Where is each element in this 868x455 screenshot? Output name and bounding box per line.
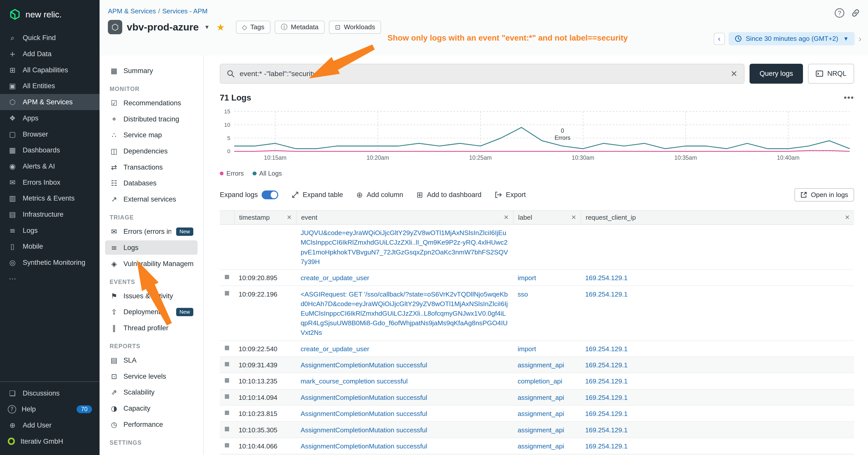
open-in-logs-button[interactable]: Open in logs bbox=[795, 188, 855, 201]
table-row[interactable]: 10:10:23.815 AssignmentCompletionMutatio… bbox=[220, 405, 854, 422]
log-ip-link[interactable]: 169.254.129.1 bbox=[585, 426, 627, 434]
log-label-link[interactable]: completion_api bbox=[518, 378, 562, 385]
column-header-event[interactable]: event ✕ bbox=[296, 211, 513, 224]
global-nav-item-more[interactable]: ⋯ bbox=[0, 270, 99, 287]
log-event-link[interactable]: create_or_update_user bbox=[301, 274, 369, 282]
log-label-link[interactable]: assignment_api bbox=[518, 410, 564, 418]
entity-nav-item-capacity[interactable]: ◑ Capacity bbox=[105, 401, 197, 416]
breadcrumb-services-apm[interactable]: Services - APM bbox=[162, 7, 208, 15]
log-label-link[interactable]: import bbox=[518, 274, 536, 282]
table-row[interactable]: 10:09:22.196 <ASGIRequest: GET '/sso/cal… bbox=[220, 286, 854, 340]
remove-column-icon[interactable]: ✕ bbox=[286, 214, 291, 221]
tags-button[interactable]: ◇ Tags bbox=[236, 21, 271, 34]
row-checkbox[interactable] bbox=[225, 275, 229, 280]
global-footer-item-iterativ-gmbh[interactable]: Iterativ GmbH bbox=[0, 433, 99, 450]
entity-nav-item-service-map[interactable]: ∴ Service map bbox=[105, 128, 197, 142]
legend-all-logs[interactable]: All Logs bbox=[252, 170, 282, 177]
global-nav-item-mobile[interactable]: ▯ Mobile bbox=[0, 238, 99, 255]
entity-nav-item-issues-activity[interactable]: ⚑ Issues & activity bbox=[105, 289, 197, 303]
entity-nav-item-performance[interactable]: ◷ Performance bbox=[105, 417, 197, 431]
help-icon[interactable]: ? bbox=[835, 8, 844, 18]
entity-nav-item-logs[interactable]: ≡ Logs bbox=[105, 240, 197, 255]
row-checkbox[interactable] bbox=[225, 427, 229, 431]
log-ip-link[interactable]: 169.254.129.1 bbox=[585, 443, 627, 450]
more-options-icon[interactable]: ••• bbox=[844, 93, 854, 102]
log-ip-link[interactable]: 169.254.129.1 bbox=[585, 361, 627, 369]
row-checkbox[interactable] bbox=[225, 394, 229, 399]
log-event-link[interactable]: AssignmentCompletionMutation successful bbox=[301, 443, 427, 450]
log-ip-link[interactable]: 169.254.129.1 bbox=[585, 274, 627, 282]
table-row[interactable]: 10:10:35.305 AssignmentCompletionMutatio… bbox=[220, 422, 854, 438]
log-event-link[interactable]: AssignmentCompletionMutation successful bbox=[301, 361, 427, 369]
query-logs-button[interactable]: Query logs bbox=[749, 64, 803, 84]
log-event-link[interactable]: mark_course_completion successful bbox=[301, 378, 408, 385]
log-event-link[interactable]: AssignmentCompletionMutation successful bbox=[301, 394, 427, 401]
log-label-link[interactable]: assignment_api bbox=[518, 394, 564, 401]
global-nav-item-metrics-events[interactable]: ▥ Metrics & Events bbox=[0, 190, 99, 206]
global-nav-item-errors-inbox[interactable]: ✉ Errors Inbox bbox=[0, 174, 99, 191]
permalink-icon[interactable] bbox=[851, 8, 860, 18]
logs-query-input[interactable]: event:* -"label":"security" ✕ bbox=[220, 64, 744, 84]
entity-nav-item-summary[interactable]: ▦ Summary bbox=[105, 64, 197, 78]
log-event-link[interactable]: <ASGIRequest: GET '/sso/callback/?state=… bbox=[301, 291, 508, 336]
global-footer-item-add-user[interactable]: ⊕ Add User bbox=[0, 417, 99, 433]
nrql-button[interactable]: NRQL bbox=[808, 64, 854, 84]
entity-dropdown-caret-icon[interactable]: ▼ bbox=[204, 24, 210, 31]
log-ip-link[interactable]: 169.254.129.1 bbox=[585, 394, 627, 401]
add-to-dashboard-button[interactable]: ⊞ Add to dashboard bbox=[416, 190, 482, 199]
entity-nav-item-databases[interactable]: ☷ Databases bbox=[105, 176, 197, 191]
global-nav-item-alerts-ai[interactable]: ◉ Alerts & AI bbox=[0, 158, 99, 174]
global-nav-item-apps[interactable]: ❖ Apps bbox=[0, 110, 99, 126]
row-checkbox[interactable] bbox=[225, 443, 229, 448]
log-event-link[interactable]: AssignmentCompletionMutation successful bbox=[301, 426, 427, 434]
legend-errors[interactable]: Errors bbox=[220, 170, 244, 177]
entity-nav-item-distributed-tracing[interactable]: ⌖ Distributed tracing bbox=[105, 112, 197, 126]
row-checkbox[interactable] bbox=[225, 362, 229, 366]
table-row[interactable]: 10:09:20.895 create_or_update_user impor… bbox=[220, 270, 854, 286]
global-footer-item-help[interactable]: ? Help 70 bbox=[0, 401, 99, 418]
row-checkbox[interactable] bbox=[225, 378, 229, 383]
global-nav-item-all-entities[interactable]: ▣ All Entities bbox=[0, 78, 99, 94]
add-column-button[interactable]: ⊕ Add column bbox=[356, 190, 403, 199]
column-header-timestamp[interactable]: timestamp ✕ bbox=[234, 211, 296, 224]
global-nav-item-add-data[interactable]: + Add Data bbox=[0, 46, 99, 62]
table-row[interactable]: 10:10:14.094 AssignmentCompletionMutatio… bbox=[220, 390, 854, 405]
global-nav-item-browser[interactable]: ▢ Browser bbox=[0, 126, 99, 142]
log-label-link[interactable]: assignment_api bbox=[518, 443, 564, 450]
global-nav-item-synthetic-monitoring[interactable]: ◎ Synthetic Monitoring bbox=[0, 255, 99, 270]
entity-nav-item-errors-errors-inb[interactable]: ✉ Errors (errors inb... New bbox=[105, 225, 197, 239]
global-nav-item-apm-services[interactable]: ⬡ APM & Services bbox=[0, 94, 99, 110]
log-event-link[interactable]: create_or_update_user bbox=[301, 345, 369, 353]
global-nav-item-dashboards[interactable]: ▦ Dashboards bbox=[0, 142, 99, 158]
global-nav-item-all-capabilities[interactable]: ⊞ All Capabilities bbox=[0, 62, 99, 78]
entity-nav-item-recommendations[interactable]: ☑ Recommendations bbox=[105, 96, 197, 110]
global-nav-item-logs[interactable]: ≡ Logs bbox=[0, 223, 99, 238]
remove-column-icon[interactable]: ✕ bbox=[571, 214, 576, 221]
column-header-label[interactable]: label ✕ bbox=[513, 211, 581, 224]
log-ip-link[interactable]: 169.254.129.1 bbox=[585, 291, 627, 298]
entity-nav-item-deployments[interactable]: ⇪ Deployments New bbox=[105, 305, 197, 319]
log-event-link[interactable]: JUQVU&code=eyJraWQiOiJjcGltY29yZV8wOTl1M… bbox=[301, 229, 508, 265]
remove-column-icon[interactable]: ✕ bbox=[503, 214, 508, 221]
entity-nav-item-service-levels[interactable]: ⊡ Service levels bbox=[105, 369, 197, 384]
log-label-link[interactable]: import bbox=[518, 345, 536, 353]
remove-column-icon[interactable]: ✕ bbox=[844, 214, 849, 221]
log-ip-link[interactable]: 169.254.129.1 bbox=[585, 410, 627, 418]
export-button[interactable]: Export bbox=[495, 191, 526, 199]
table-row[interactable]: 10:10:44.066 AssignmentCompletionMutatio… bbox=[220, 438, 854, 454]
entity-name[interactable]: vbv-prod-azure bbox=[127, 22, 198, 33]
log-ip-link[interactable]: 169.254.129.1 bbox=[585, 345, 627, 353]
logs-chart-svg[interactable]: 05101510:15am10:20am10:25am10:30am10:35a… bbox=[220, 107, 854, 162]
entity-nav-item-vulnerability-management[interactable]: ◈ Vulnerability Management bbox=[105, 257, 197, 271]
global-nav-item-infrastructure[interactable]: ▤ Infrastructure bbox=[0, 206, 99, 223]
log-label-link[interactable]: sso bbox=[518, 291, 528, 298]
row-checkbox[interactable] bbox=[225, 411, 229, 415]
entity-nav-item-external-services[interactable]: ↗ External services bbox=[105, 192, 197, 206]
time-range-button[interactable]: Since 30 minutes ago (GMT+2) ▼ bbox=[728, 32, 855, 45]
table-row[interactable]: 10:09:22.540 create_or_update_user impor… bbox=[220, 341, 854, 357]
log-event-link[interactable]: AssignmentCompletionMutation successful bbox=[301, 410, 427, 418]
favorite-star-icon[interactable]: ★ bbox=[216, 22, 224, 33]
breadcrumb-apm-services[interactable]: APM & Services bbox=[108, 7, 156, 15]
table-row[interactable]: JUQVU&code=eyJraWQiOiJjcGltY29yZV8wOTl1M… bbox=[220, 225, 854, 270]
entity-nav-item-sla[interactable]: ▤ SLA bbox=[105, 353, 197, 367]
